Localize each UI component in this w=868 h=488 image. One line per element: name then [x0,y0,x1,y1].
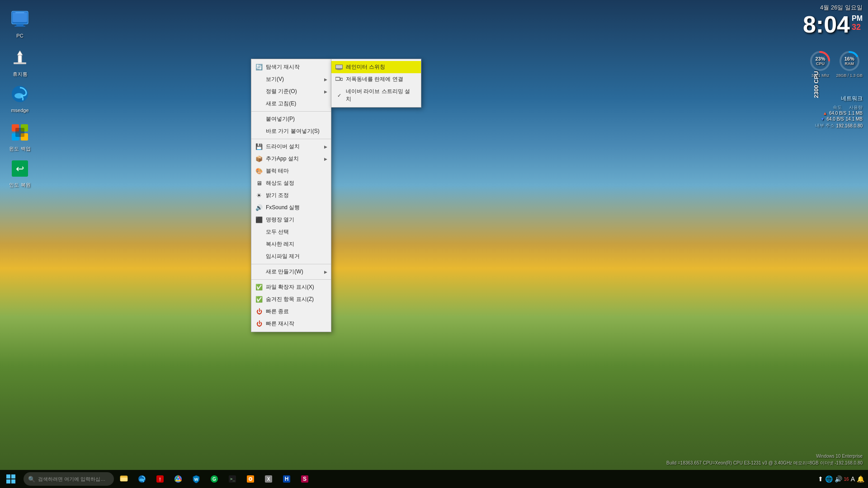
separator-2 [251,139,331,139]
menu-item-hidden[interactable]: ✅ 숨겨진 항목 표시(Z) [251,293,331,305]
taskbar-search[interactable]: 🔍 검색하려면 여기에 입력하십시오. [24,472,114,486]
add-app-icon: 📦 [255,155,263,163]
menu-item-new[interactable]: 새로 만들기(W) [251,266,331,278]
time-ampm: PM [852,14,863,23]
tray-notification-icon[interactable]: 🔔 [857,475,864,483]
network-download-row: ▼ 64.0 B/S 14.1 MB [815,117,863,122]
svg-text:!: ! [159,477,160,482]
svg-rect-1 [13,12,27,22]
upload-arrow-icon: ▲ [823,111,827,116]
taskbar-right-tray: ⬆ 🌐 🔊 16 A 🔔 [814,470,868,488]
menu-item-sort[interactable]: 정렬 기준(O) [251,85,331,98]
menu-item-fast-exit[interactable]: ⏻ 빠른 종료 [251,305,331,318]
svg-rect-23 [337,69,341,70]
taskbar-icon-s[interactable]: S [297,471,313,487]
menu-item-fast-exit-label: 빠른 종료 [266,308,289,315]
hidden-check-icon: ✅ [255,296,263,304]
svg-text:↩: ↩ [16,163,24,174]
menu-item-block-theme[interactable]: 🎨 블럭 테마 [251,165,331,177]
menu-item-cleanup-label: 임시파일 제거 [266,253,300,260]
download-usage: 14.1 MB [846,117,863,122]
build-info: Windows 10 Enterprise Build =18363.657 C… [666,453,863,466]
menu-item-resolution-label: 해상도 설정 [266,179,294,187]
submenu-item-naver-stream[interactable]: ✓ 네이버 라이브 스트리밍 설치 [331,85,421,105]
tray-battery-icon[interactable]: 16 [844,477,849,482]
start-button[interactable] [0,470,22,488]
taskbar-icon-red[interactable]: ! [152,471,168,487]
menu-item-cleanup[interactable]: 임시파일 제거 [251,250,331,263]
svg-text:>_: >_ [230,477,235,481]
time-hours: 8:04 [803,13,850,36]
taskbar-icon-shield[interactable]: W [188,471,204,487]
pc-icon [9,9,31,30]
desktop-icon-pc[interactable]: PC [4,7,36,41]
svg-rect-7 [14,62,26,64]
taskbar-icon-chrome[interactable] [170,471,186,487]
separator-4 [251,279,331,280]
network-title: 네트워크 [815,95,863,103]
submenu-item-rainmeter[interactable]: 레인미터 스위칭 [331,61,421,73]
brightness-icon: ☀ [255,192,263,200]
taskbar-icon-cmd[interactable]: >_ [224,471,241,487]
network-upload-row: ▲ 64.0 B/S 1.1 MB [815,111,863,116]
menu-item-paste[interactable]: 붙여넣기(P) [251,113,331,125]
svg-rect-22 [336,65,342,68]
taskbar-icon-paint[interactable] [242,471,259,487]
recycle-label: 휴지통 [11,70,29,78]
tray-up-arrow-icon[interactable]: ⬆ [818,475,823,483]
menu-item-driver[interactable]: 💾 드라이버 설치 [251,141,331,153]
svg-rect-25 [340,78,343,80]
tray-volume-icon[interactable]: 🔊 [835,475,842,483]
menu-item-view[interactable]: 보기(V) [251,73,331,85]
menu-item-reload[interactable]: 새로 고침(E) [251,98,331,110]
menu-item-brightness[interactable]: ☀ 밝기 조정 [251,189,331,202]
taskbar-icon-h[interactable]: H [278,471,295,487]
menu-item-add-app-label: 추가App 설치 [266,155,299,163]
menu-item-select-all[interactable]: 모두 선택 [251,226,331,238]
search-placeholder: 검색하려면 여기에 입력하십시오. [38,476,109,483]
menu-item-fast-restart[interactable]: ⏻ 빠른 재시작 [251,318,331,330]
tray-network-icon[interactable]: 🌐 [825,475,833,483]
taskbar-icon-green[interactable]: G [206,471,222,487]
taskbar-icon-explorer[interactable] [116,471,132,487]
menu-item-copy-reg[interactable]: 복사한 레지 [251,238,331,250]
svg-rect-24 [335,77,340,80]
desktop-icon-restore[interactable]: ↩ 인도 복원 [4,156,36,190]
menu-item-fxsound-label: FxSound 실행 [266,204,300,211]
svg-rect-28 [120,478,127,481]
cpu-gauge: 23% CPU 3401 Mhz [809,50,831,78]
menu-item-cmd[interactable]: ⬛ 명령장 열기 [251,214,331,226]
menu-item-fast-restart-label: 빠른 재시작 [266,320,294,328]
build-details: Build =18363.657 CPU=Xeon(R) CPU E3-1231… [666,460,863,466]
restore-label: 인도 복원 [8,181,32,188]
svg-marker-5 [17,51,23,55]
menu-item-refresh-label: 탐색기 재시작 [266,63,300,71]
ram-percent-label: 16% RAM [844,56,854,66]
menu-item-file-ext[interactable]: ✅ 파일 확장자 표시(X) [251,281,331,293]
menu-item-view-label: 보기(V) [266,75,284,83]
internal-ip: 192.168.0.80 [836,123,863,128]
menu-item-fxsound[interactable]: 🔊 FxSound 실행 [251,202,331,214]
desktop-icon-msedge[interactable]: msedge [4,81,36,116]
menu-item-paste-shortcut[interactable]: 바로 가기 붙여넣기(S) [251,125,331,137]
separator-3 [251,264,331,264]
refresh-icon: 🔄 [255,63,263,71]
menu-item-refresh[interactable]: 🔄 탐색기 재시작 [251,61,331,73]
file-ext-check-icon: ✅ [255,283,263,291]
network-ip-row: 내부 주소 192.168.0.80 [815,122,863,129]
taskbar-icon-edge[interactable] [134,471,150,487]
desktop-icon-recycle[interactable]: 휴지통 [4,45,36,80]
upload-usage: 1.1 MB [848,111,863,116]
resolution-icon: 🖥 [255,179,263,188]
taskbar-icon-x[interactable]: X [260,471,277,487]
svg-rect-2 [15,12,24,13]
menu-item-resolution[interactable]: 🖥 해상도 설정 [251,177,331,189]
submenu-item-connect[interactable]: 저폭동네를 란제에 연결 [331,73,421,85]
svg-text:S: S [303,476,307,482]
fast-exit-icon: ⏻ [255,308,263,316]
system-tray: 4월 26일 일요일 8:04 PM 32 [797,0,868,40]
block-theme-icon: 🎨 [255,167,263,175]
tray-a-icon[interactable]: A [851,475,855,483]
desktop-icon-windows-backup[interactable]: 윈도 백업 [4,120,36,154]
menu-item-add-app[interactable]: 📦 추가App 설치 [251,153,331,165]
